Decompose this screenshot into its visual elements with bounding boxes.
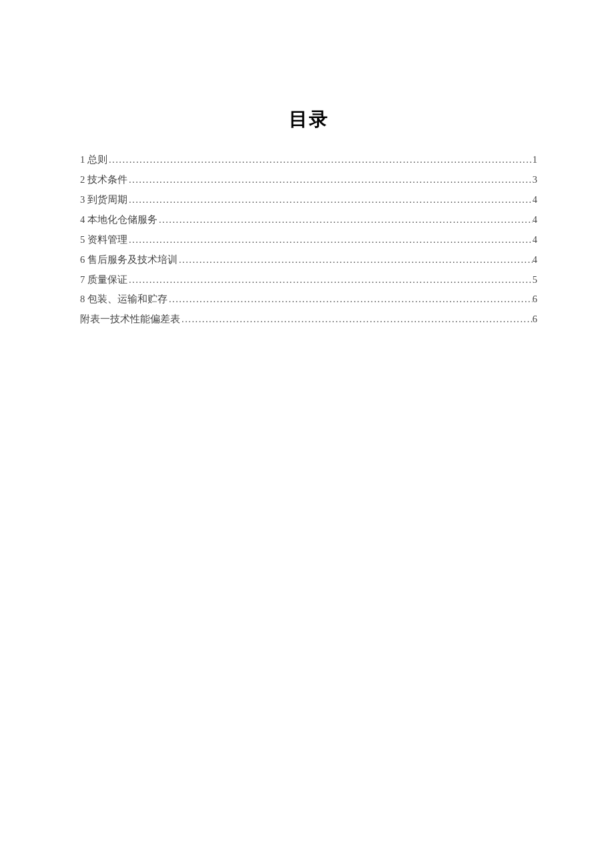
- toc-entry: 附表一技术性能偏差表 6: [80, 312, 537, 328]
- toc-entry-label: 8 包装、运输和贮存: [80, 292, 168, 308]
- toc-entry-page: 4: [533, 192, 537, 208]
- toc-entry: 1 总则 1: [80, 152, 537, 168]
- toc-dot-leader: [127, 232, 533, 248]
- toc-entry-page: 5: [533, 272, 537, 288]
- toc-entry-label: 6 售后服务及技术培训: [80, 252, 178, 268]
- toc-entry-label: 附表一技术性能偏差表: [80, 312, 180, 328]
- toc-entries-container: 1 总则 1 2 技术条件 3 3 到货周期 4 4 本地化仓储服务 4 5 资…: [80, 152, 537, 328]
- toc-dot-leader: [127, 172, 533, 188]
- toc-entry-page: 1: [533, 152, 537, 168]
- toc-entry: 3 到货周期 4: [80, 192, 537, 208]
- toc-entry-page: 6: [533, 312, 537, 328]
- toc-entry-page: 4: [533, 232, 537, 248]
- toc-dot-leader: [168, 292, 533, 308]
- toc-entry: 4 本地化仓储服务 4: [80, 212, 537, 228]
- toc-entry-label: 5 资料管理: [80, 232, 127, 248]
- toc-entry-page: 3: [533, 172, 537, 188]
- toc-dot-leader: [107, 152, 533, 168]
- toc-entry: 7 质量保证 5: [80, 272, 537, 288]
- toc-entry-label: 3 到货周期: [80, 192, 127, 208]
- toc-entry: 6 售后服务及技术培训 4: [80, 252, 537, 268]
- toc-entry-label: 2 技术条件: [80, 172, 127, 188]
- toc-entry: 2 技术条件 3: [80, 172, 537, 188]
- toc-entry-page: 4: [533, 212, 537, 228]
- toc-entry-page: 6: [533, 292, 537, 308]
- toc-entry-label: 7 质量保证: [80, 272, 127, 288]
- toc-dot-leader: [178, 252, 533, 268]
- toc-dot-leader: [158, 212, 533, 228]
- toc-title: 目录: [80, 107, 537, 132]
- toc-dot-leader: [180, 312, 533, 328]
- toc-entry-label: 1 总则: [80, 152, 107, 168]
- toc-dot-leader: [127, 192, 533, 208]
- toc-dot-leader: [127, 272, 533, 288]
- toc-entry: 5 资料管理 4: [80, 232, 537, 248]
- toc-entry: 8 包装、运输和贮存 6: [80, 292, 537, 308]
- toc-entry-label: 4 本地化仓储服务: [80, 212, 158, 228]
- toc-entry-page: 4: [533, 252, 537, 268]
